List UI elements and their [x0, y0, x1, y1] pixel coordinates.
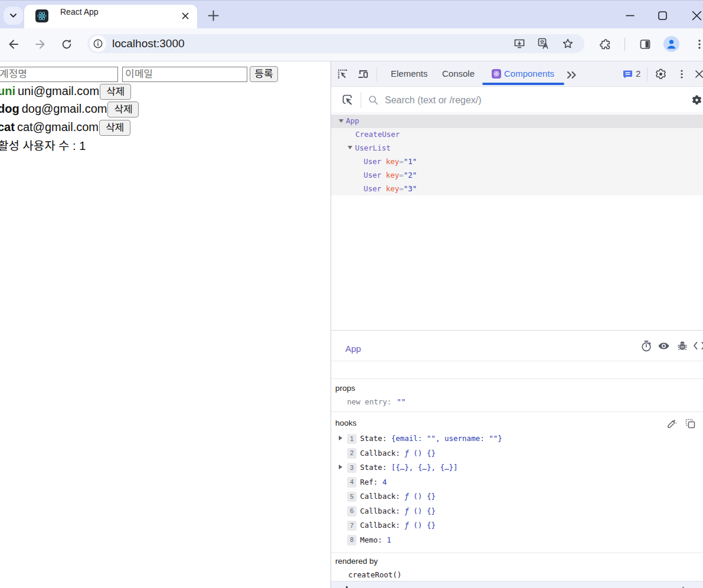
expand-arrow-icon[interactable]	[339, 436, 342, 440]
extensions-icon[interactable]	[600, 38, 612, 50]
more-tabs-glyph	[567, 71, 577, 79]
react-components-glyph	[492, 69, 501, 79]
devtools-bottom-strip	[331, 581, 703, 588]
delete-button-dog[interactable]: 삭제	[107, 102, 139, 117]
tree-row-userlist[interactable]: UserList	[331, 142, 703, 155]
register-button[interactable]: 등록	[250, 66, 278, 82]
copy-hooks-icon[interactable]	[685, 419, 695, 429]
back-button[interactable]	[8, 38, 19, 50]
rendered-by-value[interactable]: createRoot()	[348, 570, 401, 579]
expand-arrow-icon[interactable]	[339, 119, 344, 123]
reload-button[interactable]	[61, 38, 73, 50]
device-toolbar-icon[interactable]	[358, 69, 368, 79]
new-tab-button[interactable]	[207, 9, 220, 22]
prop-value: ""	[391, 397, 406, 406]
side-panel-icon[interactable]	[639, 38, 651, 50]
side-panel-glyph	[639, 38, 651, 50]
hook-row-3[interactable]: 3State: [{…}, {…}, {…}]	[331, 460, 703, 475]
forward-button[interactable]	[34, 38, 46, 50]
messages-count: 2	[636, 61, 640, 86]
profile-avatar[interactable]	[663, 36, 679, 52]
components-search-row: Search (text or /regex/)	[331, 87, 703, 113]
attr-value: "1"	[404, 157, 417, 166]
search-row-separator	[361, 92, 361, 108]
tree-row-app[interactable]: App	[331, 115, 703, 128]
profile-avatar-glyph	[663, 36, 679, 52]
search-input[interactable]: Search (text or /regex/)	[385, 87, 482, 113]
hook-row-2[interactable]: 2Callback: ƒ () {}	[331, 446, 703, 461]
tree-row-user-1[interactable]: User key="1"	[331, 155, 703, 169]
tree-row-user-3[interactable]: User key="3"	[331, 182, 703, 196]
parse-hook-names-glyph	[666, 419, 677, 429]
search-icon	[368, 95, 378, 105]
install-app-icon[interactable]	[514, 38, 525, 50]
devtools-tabbar: Elements Console Components	[331, 61, 703, 87]
hook-row-4[interactable]: 4Ref: 4	[331, 475, 703, 490]
bookmark-star-glyph	[562, 38, 574, 50]
devtools-menu-icon[interactable]	[677, 69, 686, 79]
devtools-close-icon[interactable]	[695, 70, 703, 79]
devtools-menu-glyph	[677, 69, 686, 79]
hook-row-8[interactable]: 8Memo: 1	[331, 533, 703, 548]
bookmark-star-icon[interactable]	[562, 38, 574, 50]
tab-close-button[interactable]	[180, 11, 191, 21]
suspense-stopwatch-icon[interactable]	[640, 340, 652, 352]
username-uni[interactable]: uni	[0, 84, 15, 97]
delete-button-cat[interactable]: 삭제	[99, 120, 130, 136]
window-maximize-button[interactable]	[658, 11, 668, 21]
inspect-element-glyph	[338, 69, 348, 79]
hook-row-1[interactable]: 1State: {email: "", username: ""}	[331, 432, 703, 446]
inspect-element-icon[interactable]	[338, 69, 348, 79]
hook-index-badge: 4	[347, 477, 357, 488]
component-name: User	[364, 157, 381, 166]
view-source-icon[interactable]	[693, 341, 703, 351]
console-messages-icon[interactable]	[623, 70, 633, 79]
translate-icon[interactable]	[538, 38, 550, 50]
devtools-settings-icon[interactable]	[655, 68, 666, 80]
inspected-component-name: App	[345, 334, 361, 364]
more-tabs-icon[interactable]	[567, 71, 577, 79]
window-top-edge	[0, 0, 703, 1]
hook-index-badge: 2	[347, 448, 357, 459]
inspect-dom-eye-icon[interactable]	[658, 341, 670, 351]
browser-menu-icon[interactable]	[694, 38, 703, 50]
parse-hook-names-icon[interactable]	[666, 419, 677, 429]
url-text[interactable]: localhost:3000	[112, 34, 185, 53]
tab-elements[interactable]: Elements	[391, 61, 428, 86]
browser-window: React App	[0, 0, 703, 588]
inspect-component-icon[interactable]	[342, 94, 354, 106]
tab-search-button[interactable]	[4, 6, 23, 25]
expand-arrow-icon[interactable]	[339, 465, 342, 469]
username-cat[interactable]: cat	[0, 120, 15, 133]
email-input[interactable]	[122, 67, 247, 82]
site-info-chip[interactable]	[90, 35, 106, 52]
user-row-uni: uniuni@gmail.com삭제	[0, 82, 328, 100]
hook-type: Callback:	[331, 507, 400, 515]
address-bar[interactable]: localhost:3000	[87, 34, 584, 53]
component-name: User	[364, 171, 381, 179]
reload-glyph	[61, 38, 73, 50]
prop-row[interactable]: new entry:""	[347, 397, 406, 406]
props-section: props new entry:""	[331, 379, 703, 412]
prop-name: new entry	[347, 397, 387, 406]
window-minimize-button[interactable]	[625, 11, 635, 21]
window-close-glyph	[692, 11, 702, 21]
attr-equals: =	[399, 171, 404, 179]
delete-button-uni[interactable]: 삭제	[100, 84, 131, 100]
expand-arrow-icon[interactable]	[348, 146, 352, 149]
rendered-by-section: rendered by createRoot()	[331, 553, 703, 581]
inspect-dom-eye-glyph	[658, 341, 670, 351]
hook-row-6[interactable]: 6Callback: ƒ () {}	[331, 504, 703, 519]
window-close-button[interactable]	[692, 11, 702, 21]
hook-row-5[interactable]: 5Callback: ƒ () {}	[331, 489, 703, 504]
tree-row-user-2[interactable]: User key="2"	[331, 169, 703, 182]
username-input[interactable]	[0, 67, 118, 82]
components-settings-icon[interactable]	[691, 94, 702, 106]
log-component-bug-icon[interactable]	[676, 340, 688, 352]
hook-type: Callback:	[331, 521, 400, 530]
tab-console[interactable]: Console	[442, 61, 475, 86]
browser-tab[interactable]	[24, 5, 197, 28]
hook-row-7[interactable]: 7Callback: ƒ () {}	[331, 518, 703, 533]
tree-row-createuser[interactable]: CreateUser	[331, 128, 703, 142]
username-dog[interactable]: dog	[0, 102, 19, 115]
